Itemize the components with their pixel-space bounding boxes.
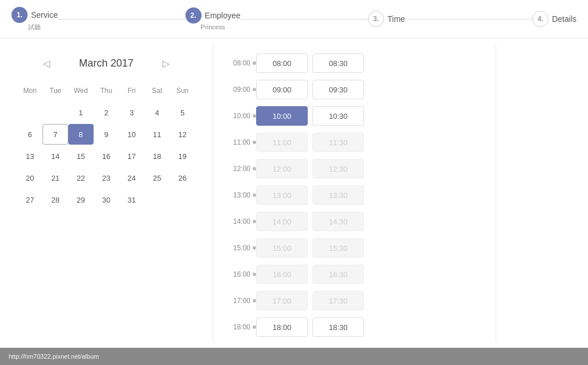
- time-label-14:00: 14:00: [225, 218, 256, 226]
- time-slots-15:00: 15:0015:30: [256, 235, 364, 261]
- time-row-09:00: 09:0009:0009:30: [225, 76, 484, 103]
- cal-day-7[interactable]: 7: [42, 124, 68, 145]
- cal-day-28[interactable]: 28: [42, 189, 68, 210]
- cal-day-27[interactable]: 27: [17, 189, 42, 210]
- cal-day-20[interactable]: 20: [17, 168, 42, 188]
- cal-day-8[interactable]: 8: [68, 124, 94, 145]
- cal-day-2[interactable]: 2: [94, 102, 119, 123]
- time-slot-13:30: 13:30: [312, 185, 364, 205]
- time-slot-09:00[interactable]: 09:00: [256, 80, 308, 99]
- time-row-11:00: 11:0011:0011:30: [225, 129, 484, 156]
- time-slots-12:00: 12:0012:30: [256, 156, 364, 182]
- cal-day-9[interactable]: 9: [94, 124, 119, 145]
- cal-day-6[interactable]: 6: [17, 124, 42, 145]
- calendar-nav: ◁ March 2017 ▷: [17, 56, 195, 71]
- cal-day-30[interactable]: 30: [94, 189, 119, 210]
- calendar-week-5: 2728293031: [17, 189, 195, 210]
- time-slots-11:00: 11:0011:30: [256, 129, 364, 156]
- step-3[interactable]: 3. Time: [368, 11, 405, 27]
- cal-day-21[interactable]: 21: [42, 168, 68, 188]
- time-slot-15:00: 15:00: [256, 238, 308, 258]
- time-slot-15:30: 15:30: [312, 238, 364, 258]
- step-3-circle: 3.: [368, 11, 384, 27]
- time-slot-18:30[interactable]: 18:30: [312, 317, 364, 337]
- time-slot-13:00: 13:00: [256, 185, 308, 205]
- time-slot-11:30: 11:30: [312, 133, 364, 152]
- cal-day-empty: [42, 102, 68, 123]
- time-slots-14:00: 14:0014:30: [256, 208, 364, 235]
- calendar-weeks: 1234567891011121314151617181920212223242…: [17, 102, 195, 210]
- cal-day-25[interactable]: 25: [144, 168, 169, 188]
- time-slots-13:00: 13:0013:30: [256, 182, 364, 208]
- time-label-18:00: 18:00: [225, 323, 256, 331]
- cal-day-29[interactable]: 29: [68, 189, 94, 210]
- cal-day-22[interactable]: 22: [68, 168, 94, 188]
- step-1-sublabel: 試聽: [28, 23, 41, 32]
- cal-day-19[interactable]: 19: [170, 146, 195, 166]
- calendar-grid: Mon Tue Wed Thu Fri Sat Sun 123456789101…: [17, 80, 195, 210]
- time-slot-18:00[interactable]: 18:00: [256, 317, 308, 337]
- time-slot-10:00[interactable]: 10:00: [256, 106, 308, 126]
- cal-day-4[interactable]: 4: [144, 102, 169, 123]
- cal-day-26[interactable]: 26: [170, 168, 195, 188]
- cal-day-11[interactable]: 11: [144, 124, 169, 145]
- next-month-button[interactable]: ▷: [158, 56, 174, 71]
- cal-day-23[interactable]: 23: [94, 168, 119, 188]
- cal-day-5[interactable]: 5: [170, 102, 195, 123]
- cal-day-1[interactable]: 1: [68, 102, 94, 123]
- cal-day-13[interactable]: 13: [17, 146, 42, 166]
- time-slot-09:30[interactable]: 09:30: [312, 80, 364, 99]
- time-row-13:00: 13:0013:0013:30: [225, 182, 484, 208]
- time-row-17:00: 17:0017:0017:30: [225, 288, 484, 314]
- time-row-14:00: 14:0014:0014:30: [225, 208, 484, 235]
- time-section: 08:0008:0008:3009:0009:0009:3010:0010:00…: [213, 44, 496, 342]
- calendar-week-3: 13141516171819: [17, 146, 195, 166]
- time-slots-10:00: 10:0010:30: [256, 103, 364, 129]
- connector-3-4: [405, 19, 532, 20]
- calendar-week-4: 20212223242526: [17, 168, 195, 188]
- time-label-11:00: 11:00: [225, 138, 256, 146]
- time-slot-10:30[interactable]: 10:30: [312, 106, 364, 126]
- cal-day-24[interactable]: 24: [119, 168, 144, 188]
- cal-header-fri: Fri: [119, 80, 144, 101]
- step-1-circle: 1.: [11, 7, 28, 23]
- cal-day-18[interactable]: 18: [144, 146, 169, 166]
- time-label-13:00: 13:00: [225, 191, 256, 199]
- time-slots-09:00: 09:0009:30: [256, 76, 364, 103]
- step-2[interactable]: 2. Employee Princess: [185, 7, 241, 30]
- time-slot-16:30: 16:30: [312, 265, 364, 284]
- cal-day-31[interactable]: 31: [119, 189, 144, 210]
- cal-day-14[interactable]: 14: [42, 146, 68, 166]
- details-section: [496, 44, 588, 342]
- cal-day-15[interactable]: 15: [68, 146, 94, 166]
- time-label-17:00: 17:00: [225, 297, 256, 305]
- time-row-10:00: 10:0010:0010:30: [225, 103, 484, 129]
- cal-day-12[interactable]: 12: [170, 124, 195, 145]
- cal-day-3[interactable]: 3: [119, 102, 144, 123]
- time-row-19:00: 19:00: [225, 340, 484, 342]
- connector-1-2: [58, 19, 185, 20]
- time-row-08:00: 08:0008:0008:30: [225, 50, 484, 76]
- prev-month-button[interactable]: ◁: [38, 56, 55, 71]
- cal-day-empty: [144, 189, 169, 210]
- step-4[interactable]: 4. Details: [532, 11, 577, 27]
- cal-header-thu: Thu: [94, 80, 119, 101]
- time-slot-08:00[interactable]: 08:00: [256, 53, 308, 73]
- time-label-12:00: 12:00: [225, 165, 256, 173]
- step-4-title: Details: [552, 14, 577, 24]
- step-2-circle: 2.: [185, 7, 202, 24]
- time-slot-08:30[interactable]: 08:30: [312, 53, 364, 73]
- cal-day-16[interactable]: 16: [94, 146, 119, 166]
- cal-day-17[interactable]: 17: [119, 146, 144, 166]
- time-slot-14:30: 14:30: [312, 212, 364, 231]
- time-slots-16:00: 16:0016:30: [256, 261, 364, 288]
- time-slot-12:00: 12:00: [256, 159, 308, 178]
- time-label-08:00: 08:00: [225, 59, 256, 67]
- step-1[interactable]: 1. Service 試聽: [11, 7, 58, 32]
- cal-day-10[interactable]: 10: [119, 124, 144, 145]
- cal-header-sat: Sat: [144, 80, 169, 101]
- calendar-week-2: 6789101112: [17, 124, 195, 145]
- stepper-inner: 1. Service 試聽 2. Employee Princess 3. Ti…: [11, 7, 577, 32]
- calendar-header-row: Mon Tue Wed Thu Fri Sat Sun: [17, 80, 195, 101]
- time-slot-14:00: 14:00: [256, 212, 308, 231]
